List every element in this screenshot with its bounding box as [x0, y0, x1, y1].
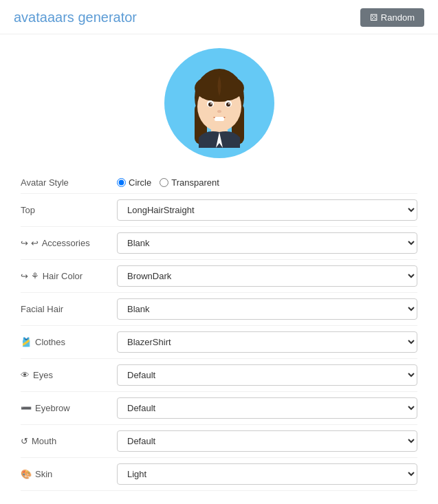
top-row: Top LongHairStraight LongHairBob ShortHa… — [21, 194, 417, 227]
top-label: Top — [21, 205, 117, 215]
mouth-label: ↺ Mouth — [21, 436, 117, 446]
eyebrow-row: ➖ Eyebrow Default Angry AngryNatural Fla… — [21, 392, 417, 425]
hair-color-label: ↪ ⚘ Hair Color — [21, 271, 117, 281]
avatar-style-control: Circle Transparent — [117, 177, 417, 188]
app-title: avataaars generator — [14, 10, 137, 25]
avatar-circle — [164, 48, 274, 158]
accessories-control: Blank Kurt Prescription01 Sunglasses — [117, 232, 417, 254]
random-icon: ⚄ — [370, 12, 377, 23]
avatar-style-row: Avatar Style Circle Transparent — [21, 172, 417, 194]
options-section: Avatar Style Circle Transparent Top Long… — [0, 168, 438, 504]
accessories-icon: ↪ ↩ — [21, 238, 39, 248]
skin-icon: 🎨 — [21, 469, 32, 479]
hair-color-control: BrownDark Black Blonde Auburn Red — [117, 265, 417, 287]
svg-point-10 — [210, 103, 212, 105]
eyebrow-icon: ➖ — [21, 403, 32, 413]
clothes-icon: 🎽 — [21, 337, 32, 347]
avatar-preview — [0, 34, 438, 168]
facial-hair-row: Facial Hair Blank BeardMedium MoustacheF… — [21, 293, 417, 326]
eyebrow-label: ➖ Eyebrow — [21, 403, 117, 413]
avatar-style-transparent-label: Transparent — [171, 177, 219, 188]
avatar-style-label: Avatar Style — [21, 177, 117, 188]
avatar-style-transparent[interactable]: Transparent — [160, 177, 219, 188]
skin-row: 🎨 Skin Light Tanned Yellow Pale Gold Bro… — [21, 458, 417, 491]
clothes-control: BlazerShirt BlazerSweater CollarSweater … — [117, 331, 417, 353]
avatar-style-circle-label: Circle — [129, 177, 151, 188]
skin-label: 🎨 Skin — [21, 469, 117, 479]
skin-control: Light Tanned Yellow Pale Gold Brown Dark… — [117, 463, 417, 485]
clothes-label: 🎽 Clothes — [21, 337, 117, 347]
eyes-select[interactable]: Default Close Cry Dizzy EyeRoll Happy — [117, 364, 417, 386]
skin-select[interactable]: Light Tanned Yellow Pale Gold Brown Dark… — [117, 463, 417, 485]
accessories-row: ↪ ↩ Accessories Blank Kurt Prescription0… — [21, 227, 417, 260]
hair-color-row: ↪ ⚘ Hair Color BrownDark Black Blonde Au… — [21, 260, 417, 293]
svg-point-11 — [228, 103, 230, 105]
svg-point-9 — [226, 102, 230, 107]
mouth-row: ↺ Mouth Default Concerned Disbelief Eati… — [21, 425, 417, 458]
clothes-select[interactable]: BlazerShirt BlazerSweater CollarSweater … — [117, 331, 417, 353]
eyes-label: 👁 Eyes — [21, 370, 117, 380]
eyes-control: Default Close Cry Dizzy EyeRoll Happy — [117, 364, 417, 386]
avatar-svg — [164, 48, 274, 158]
top-select[interactable]: LongHairStraight LongHairBob ShortHairSh… — [117, 199, 417, 221]
svg-rect-13 — [215, 117, 224, 121]
facial-hair-select[interactable]: Blank BeardMedium MoustacheFancy — [117, 298, 417, 320]
accessories-select[interactable]: Blank Kurt Prescription01 Sunglasses — [117, 232, 417, 254]
mouth-icon: ↺ — [21, 436, 28, 446]
avatar-style-circle[interactable]: Circle — [117, 177, 151, 188]
svg-point-8 — [208, 102, 212, 107]
hair-color-select[interactable]: BrownDark Black Blonde Auburn Red — [117, 265, 417, 287]
mouth-control: Default Concerned Disbelief Eating Grima… — [117, 430, 417, 452]
top-control: LongHairStraight LongHairBob ShortHairSh… — [117, 199, 417, 221]
eyes-row: 👁 Eyes Default Close Cry Dizzy EyeRoll H… — [21, 359, 417, 392]
facial-hair-label: Facial Hair — [21, 304, 117, 314]
eyebrow-control: Default Angry AngryNatural FlatNatural R… — [117, 397, 417, 419]
svg-point-12 — [217, 110, 221, 113]
random-button[interactable]: ⚄ Random — [360, 8, 424, 27]
clothes-row: 🎽 Clothes BlazerShirt BlazerSweater Coll… — [21, 326, 417, 359]
mouth-select[interactable]: Default Concerned Disbelief Eating Grima… — [117, 430, 417, 452]
random-label: Random — [381, 12, 415, 23]
accessories-label: ↪ ↩ Accessories — [21, 238, 117, 248]
facial-hair-control: Blank BeardMedium MoustacheFancy — [117, 298, 417, 320]
header: avataaars generator ⚄ Random — [0, 0, 438, 34]
hair-color-icon: ↪ ⚘ — [21, 271, 39, 281]
eyebrow-select[interactable]: Default Angry AngryNatural FlatNatural R… — [117, 397, 417, 419]
eyes-icon: 👁 — [21, 370, 30, 380]
